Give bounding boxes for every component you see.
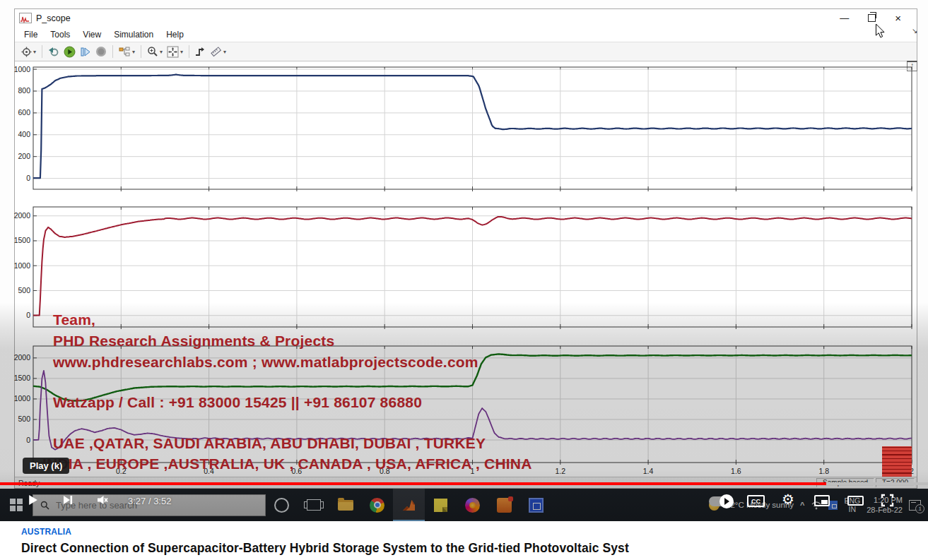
watermark-line: PHD Research Assignments & Projects xyxy=(53,333,334,350)
menu-view[interactable]: View xyxy=(76,28,107,41)
menu-simulation[interactable]: Simulation xyxy=(107,28,160,41)
fit-to-view-icon[interactable]: ▾ xyxy=(165,44,185,59)
miniplayer-button[interactable] xyxy=(814,495,830,506)
chrome-icon xyxy=(370,498,384,513)
restore-button[interactable] xyxy=(868,14,876,22)
watermark-line: Watzapp / Call : +91 83000 15425 || +91 … xyxy=(53,394,422,411)
player-settings-button[interactable]: ⚙ xyxy=(782,492,794,506)
task-view-icon xyxy=(307,499,321,511)
fullscreen-button[interactable] xyxy=(881,494,894,507)
matlab-button[interactable] xyxy=(393,489,425,521)
firefox-button[interactable] xyxy=(457,489,488,521)
mute-button[interactable] xyxy=(96,494,109,506)
menu-bar: File Tools View Simulation Help xyxy=(15,27,917,42)
video-title: Direct Connection of Supercapacitor-Batt… xyxy=(21,541,928,556)
tray-app-icon[interactable] xyxy=(828,501,838,510)
watch-page-footer: AUSTRALIA Direct Connection of Supercapa… xyxy=(0,521,928,556)
measurements-icon[interactable]: ▾ xyxy=(208,44,228,59)
layout-icon[interactable]: ▾ xyxy=(117,44,137,59)
captions-icon: CC xyxy=(747,495,765,507)
progress-played xyxy=(0,482,826,485)
window-title: P_scope xyxy=(36,13,71,23)
play-icon xyxy=(27,494,39,506)
time-display: 3:27 / 3:52 xyxy=(128,496,171,506)
menu-file[interactable]: File xyxy=(18,28,44,41)
theater-icon xyxy=(847,496,864,506)
step-forward-icon[interactable] xyxy=(78,44,93,59)
red-watermark-box xyxy=(881,444,913,479)
hashtag-link[interactable]: AUSTRALIA xyxy=(21,527,928,537)
task-view-button[interactable] xyxy=(298,489,329,521)
next-button[interactable] xyxy=(62,494,74,506)
autoplay-icon xyxy=(709,496,733,506)
tool-bar: ▾ ▾ xyxy=(15,42,917,61)
link-to-simulink-icon[interactable] xyxy=(46,44,61,59)
watermark-line: UAE ,QATAR, SAUDI ARABIA, ABU DHABI, DUB… xyxy=(53,435,486,452)
settings-gear-icon[interactable]: ▾ xyxy=(19,44,38,59)
notification-badge: 1 xyxy=(915,504,924,513)
video-player[interactable]: P_scope — × File Tools View Simulation H… xyxy=(0,0,928,521)
watermark-line: www.phdresearchlabs.com ; www.matlabproj… xyxy=(53,354,478,371)
autoplay-toggle[interactable] xyxy=(709,496,733,506)
media-app-icon xyxy=(497,498,512,513)
miniplayer-icon xyxy=(814,495,830,506)
menu-tools[interactable]: Tools xyxy=(44,28,76,41)
menu-help[interactable]: Help xyxy=(160,28,190,41)
watermark-line: Team, xyxy=(53,311,95,328)
run-icon[interactable] xyxy=(61,44,78,59)
toolbar-overflow-icon[interactable]: ↘ xyxy=(912,27,917,35)
mute-icon xyxy=(96,494,109,506)
stop-icon[interactable] xyxy=(93,44,109,59)
media-app-button[interactable] xyxy=(488,489,520,521)
zoom-icon[interactable]: ▾ xyxy=(145,44,165,59)
next-icon xyxy=(62,494,74,506)
page: P_scope — × File Tools View Simulation H… xyxy=(0,0,928,560)
sticky-notes-button[interactable] xyxy=(425,489,457,521)
photos-button[interactable] xyxy=(520,489,552,521)
scope-app-icon xyxy=(19,13,32,23)
search-icon xyxy=(40,501,49,510)
chrome-button[interactable] xyxy=(361,489,393,521)
play-tooltip: Play (k) xyxy=(23,458,69,474)
youtube-progress-bar[interactable] xyxy=(0,482,928,485)
title-bar: P_scope — × xyxy=(15,9,917,27)
windows-logo-icon xyxy=(10,499,23,511)
firefox-icon xyxy=(465,498,480,513)
watermark-line: INDIA , EUROPE ,AUSTRALIA, UK , CANADA ,… xyxy=(42,455,532,472)
cortana-icon xyxy=(274,498,289,513)
tray-chevron-icon[interactable]: ^ xyxy=(800,501,804,509)
fullscreen-icon xyxy=(881,494,894,507)
scope-window: P_scope — × File Tools View Simulation H… xyxy=(14,8,917,489)
cortana-button[interactable] xyxy=(266,489,298,521)
theater-button[interactable] xyxy=(847,496,864,506)
file-explorer-button[interactable] xyxy=(329,489,361,521)
matlab-icon xyxy=(401,498,416,512)
photos-icon xyxy=(529,498,544,513)
sticky-notes-icon xyxy=(434,499,447,512)
play-button[interactable] xyxy=(27,494,39,506)
notification-center-icon[interactable]: 1 xyxy=(909,500,921,511)
close-button[interactable]: × xyxy=(895,13,901,23)
minimize-button[interactable]: — xyxy=(840,13,849,23)
mouse-cursor xyxy=(874,24,886,38)
captions-button[interactable]: CC xyxy=(747,495,765,507)
dock-scope-icon[interactable]: ↑ xyxy=(907,61,917,71)
trigger-icon[interactable] xyxy=(193,44,208,59)
file-explorer-icon xyxy=(338,500,353,511)
